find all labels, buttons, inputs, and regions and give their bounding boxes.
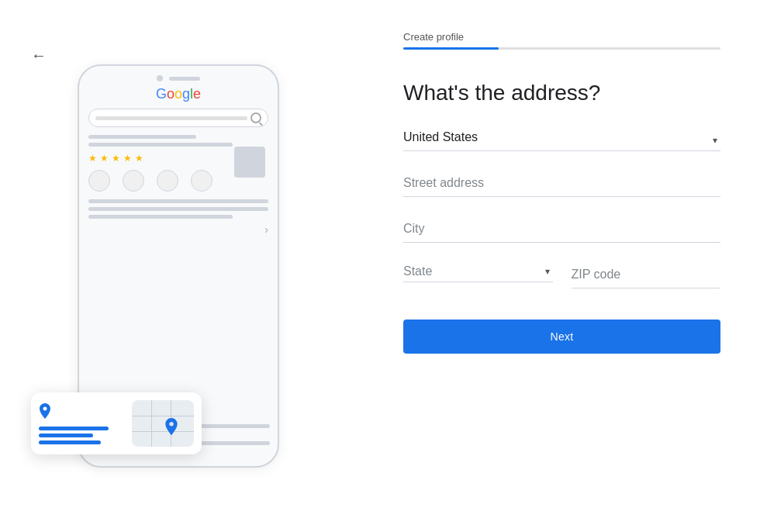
card-line-1 (39, 427, 109, 430)
card-lines (39, 427, 124, 444)
star-4: ★ (123, 153, 132, 164)
progress-bar-container (403, 47, 720, 50)
phone-camera (157, 75, 163, 81)
more-line-1 (88, 199, 268, 203)
action-icon-1 (88, 170, 110, 192)
page-title: What's the address? (403, 81, 720, 105)
logo-o1: o (167, 86, 174, 102)
content-line-1 (88, 135, 196, 139)
action-icons-row (88, 170, 234, 192)
country-field-group: United States Canada United Kingdom Aust… (403, 130, 720, 151)
state-select-wrapper[interactable]: ▾ State (403, 261, 553, 282)
phone-speaker (169, 77, 200, 81)
action-icon-4 (191, 170, 212, 192)
phone-content-lines (88, 135, 268, 147)
logo-g2: g (182, 86, 190, 102)
floating-card (31, 392, 202, 454)
content-line-2 (88, 143, 233, 147)
city-field-group (403, 216, 720, 243)
country-select-wrapper[interactable]: United States Canada United Kingdom Aust… (403, 130, 720, 151)
shop-icon (234, 147, 265, 178)
next-button[interactable]: Next (403, 320, 720, 354)
more-lines (88, 199, 268, 219)
action-icon-3 (157, 170, 178, 192)
search-icon (250, 112, 261, 123)
phone-top-bar (79, 66, 278, 86)
map-grid-v1 (151, 400, 152, 447)
star-2: ★ (100, 153, 109, 164)
card-line-2 (39, 434, 93, 437)
progress-label: Create profile (403, 31, 720, 43)
street-input[interactable] (403, 170, 720, 197)
right-panel: Create profile What's the address? Unite… (357, 0, 767, 532)
left-panel: ← Google ★ (0, 0, 357, 532)
more-line-2 (88, 207, 268, 211)
logo-e: e (193, 86, 201, 102)
state-zip-row: ▾ State (403, 261, 720, 307)
card-left (39, 403, 124, 444)
google-logo: Google (88, 86, 268, 102)
star-3: ★ (112, 153, 120, 164)
action-icon-2 (123, 170, 144, 192)
map-grid-h1 (132, 416, 194, 416)
star-5: ★ (135, 153, 143, 164)
card-pin-icon (39, 403, 124, 423)
zip-field-group (572, 261, 721, 288)
back-button[interactable]: ← (31, 47, 47, 64)
phone-content: Google ★ ★ ★ ★ ★ (79, 86, 278, 236)
city-input[interactable] (403, 216, 720, 243)
card-map (132, 400, 194, 447)
state-select[interactable] (403, 261, 553, 275)
star-1: ★ (88, 153, 97, 164)
progress-bar-fill (403, 47, 499, 50)
state-field-group: ▾ State (403, 261, 553, 288)
card-line-3 (39, 440, 101, 444)
phone-search-bar (88, 109, 268, 127)
more-line-3 (88, 215, 233, 219)
logo-o2: o (174, 86, 182, 102)
stars-section: ★ ★ ★ ★ ★ (88, 153, 268, 164)
progress-section: Create profile (403, 31, 720, 50)
address-form: United States Canada United Kingdom Aust… (403, 130, 720, 307)
zip-input[interactable] (572, 261, 721, 288)
map-grid-h2 (132, 431, 194, 432)
logo-g: G (156, 86, 167, 102)
map-pin-icon (164, 418, 178, 439)
search-bar-line (95, 116, 247, 120)
street-field-group (403, 170, 720, 197)
country-select[interactable]: United States Canada United Kingdom Aust… (403, 130, 720, 143)
chevron-right-icon: › (88, 223, 268, 236)
